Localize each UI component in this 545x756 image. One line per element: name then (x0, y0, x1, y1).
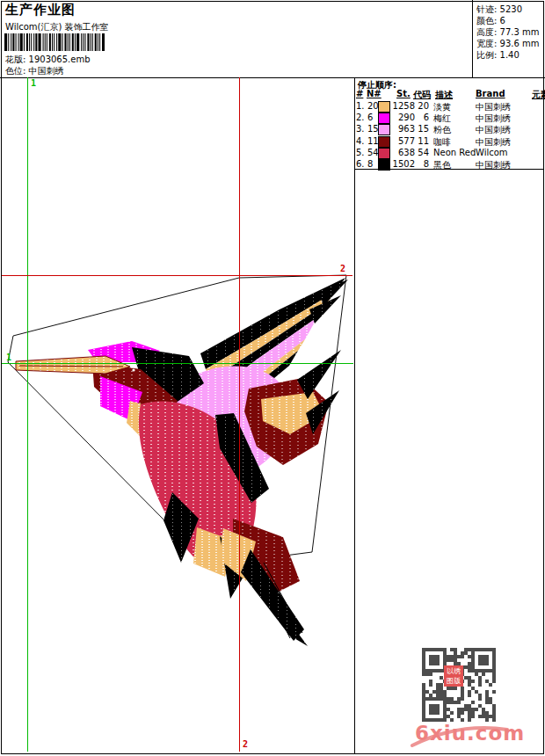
row-description: Neon Red (433, 148, 476, 157)
stop-marker-bottom: 2 (243, 739, 248, 749)
row-needle: 20 (367, 101, 379, 111)
production-worksheet: 生产作业图 Wilcom(汇京) 装饰工作室 花版: 1903065.emb 色… (0, 0, 545, 756)
column-header: 描述 (435, 89, 453, 101)
column-header: 元素 (532, 89, 545, 101)
stop-guide-horizontal (1, 275, 352, 276)
row-code: 11 (416, 136, 429, 146)
start-marker-top: 1 (31, 78, 36, 88)
barcode (4, 33, 105, 51)
row-needle: 11 (367, 136, 379, 146)
column-header: Brand (476, 89, 505, 98)
embroidery-design (0, 77, 354, 753)
stat-line: 针迹: 5230 (476, 4, 539, 15)
stats-divider (472, 0, 473, 77)
row-sequence: 2. (356, 113, 365, 122)
stat-line: 高度: 77.3 mm (476, 26, 539, 38)
row-stitches: 1502 (391, 159, 415, 169)
thread-swatch (378, 148, 390, 159)
start-guide-horizontal (1, 363, 353, 364)
row-sequence: 3. (356, 124, 365, 134)
row-stitches: 290 (391, 113, 415, 122)
thread-row: 1.20125820淡黄中国刺绣 (354, 101, 543, 113)
row-brand: Wilcom (476, 148, 508, 157)
qr-seal: 以绣图版 (444, 665, 463, 687)
row-brand: 中国刺绣 (476, 136, 511, 149)
start-marker-left: 1 (6, 353, 11, 362)
row-sequence: 1. (356, 101, 365, 111)
row-brand: 中国刺绣 (476, 101, 511, 113)
column-header: 代码 (413, 89, 431, 101)
thread-swatch (378, 159, 390, 171)
thread-row: 6.815028黑色中国刺绣 (354, 159, 543, 171)
row-description: 淡黄 (433, 101, 451, 113)
row-code: 15 (416, 124, 429, 134)
thread-swatch (378, 136, 390, 148)
row-description: 咖啡 (433, 136, 451, 149)
watermark-text: 6xiu.com (415, 722, 525, 745)
row-needle: 8 (367, 159, 373, 169)
row-sequence: 5. (356, 148, 365, 157)
column-header: # (356, 89, 363, 98)
row-needle: 54 (367, 148, 379, 157)
row-sequence: 4. (356, 136, 365, 146)
thread-row: 2.62906梅红中国刺绣 (354, 113, 543, 124)
thread-row: 5.5463854Neon RedWilcom (354, 148, 543, 159)
column-divider (354, 77, 355, 753)
colorway-label: 色位: 中国刺绣 (5, 65, 64, 77)
thread-swatch (378, 101, 390, 113)
row-brand: 中国刺绣 (476, 159, 511, 171)
row-code: 6 (416, 113, 429, 122)
row-description: 粉色 (433, 124, 451, 136)
row-needle: 15 (367, 124, 379, 134)
design-stats: 针迹: 5230颜色: 6高度: 77.3 mm宽度: 93.6 mm比例: 1… (476, 4, 539, 61)
row-code: 8 (416, 159, 429, 169)
stat-line: 比例: 1.40 (476, 49, 539, 61)
column-header: N# (367, 89, 382, 98)
row-stitches: 638 (391, 148, 415, 157)
thread-row: 4.1157711咖啡中国刺绣 (354, 136, 543, 148)
stop-guide-vertical (239, 77, 240, 752)
row-stitches: 577 (391, 136, 415, 146)
thread-swatch (378, 124, 390, 135)
row-sequence: 6. (356, 159, 365, 169)
thread-swatch (378, 113, 390, 124)
column-header: St. (396, 89, 411, 98)
row-code: 54 (416, 148, 429, 157)
stat-line: 宽度: 93.6 mm (476, 38, 539, 49)
thread-row: 3.1596315粉色中国刺绣 (354, 124, 543, 135)
row-description: 梅红 (433, 113, 451, 125)
row-needle: 6 (367, 113, 373, 122)
pattern-filename: 花版: 1903065.emb (5, 54, 91, 66)
row-code: 20 (416, 101, 429, 111)
row-brand: 中国刺绣 (476, 113, 511, 125)
stat-line: 颜色: 6 (476, 15, 539, 26)
stop-sequence-headers: #N#St.代码描述Brand元素 (354, 89, 543, 99)
studio-name: Wilcom(汇京) 装饰工作室 (5, 21, 109, 33)
stop-marker-right: 2 (340, 264, 345, 273)
start-guide-vertical (27, 77, 28, 752)
row-stitches: 1258 (391, 101, 415, 111)
page-title: 生产作业图 (5, 2, 76, 18)
row-description: 黑色 (433, 159, 451, 171)
row-brand: 中国刺绣 (476, 124, 511, 136)
row-stitches: 963 (391, 124, 415, 134)
